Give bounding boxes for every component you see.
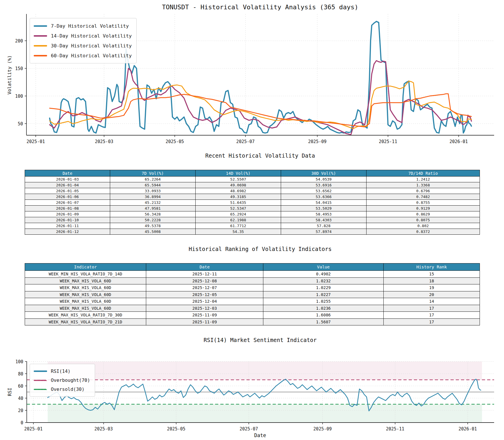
table-cell: 0.8755 [367, 200, 480, 206]
legend-label: Overbought(70) [51, 377, 90, 383]
table-cell: 17 [384, 305, 480, 312]
recent-table-body: 2026-01-0365.226452.550754.05391.2412202… [25, 177, 480, 235]
table-cell: WEEK_MIN_HIS_VOLA_RATIO_7D_14D [25, 271, 146, 278]
legend-label: RSI(14) [51, 368, 70, 374]
table-cell: WEEK_MAX_HIS_VOLA_60D [25, 277, 146, 284]
table-cell: 48.6982 [196, 188, 281, 194]
table-row: WEEK_MAX_HIS_VOLA_60D2025-12-051.022720 [25, 291, 480, 298]
column-header: Value [263, 263, 384, 271]
y-tick-label: 150 [15, 66, 23, 71]
table-row: 2026-01-0847.958152.534753.50290.9129 [25, 206, 480, 211]
table-cell: 2026-01-10 [25, 217, 110, 223]
table-cell: 15 [384, 271, 480, 278]
table-cell: 56.3428 [110, 211, 196, 217]
x-tick-label: 2025-11 [379, 139, 397, 144]
table-cell: 0.4902 [263, 271, 384, 278]
y-tick-label: 200 [15, 38, 23, 44]
table-row: WEEK_MAX_HIS_VOLA_60D2025-12-031.023617 [25, 305, 480, 312]
y-tick-label: 100 [15, 94, 23, 99]
legend-line-swatch [34, 380, 47, 381]
table-cell: 1.3368 [367, 182, 480, 188]
table-cell: 0.8075 [367, 217, 480, 223]
legend-item: Overbought(70) [34, 376, 90, 385]
table-header-row: IndicatorDateValueHistory Rank [25, 263, 480, 271]
table-cell: 18 [384, 277, 480, 284]
recent-volatility-table: Date7D Vol(%)14D Vol(%)30D Vol(%)7D/14D … [25, 170, 480, 235]
rsi-ylabel: RSI [7, 369, 12, 415]
y-tick-label: 100 [15, 359, 23, 364]
table-cell: 1.0227 [263, 291, 384, 298]
legend-label: 7-Day Historical Volatility [51, 23, 129, 29]
table-cell: 2026-01-04 [25, 182, 110, 188]
table-cell: 2026-01-05 [25, 188, 110, 194]
table-cell: 33.0933 [110, 188, 196, 194]
recent-table-title: Recent Historical Volatility Data [0, 152, 504, 159]
x-tick-label: 2025-05 [167, 426, 185, 432]
legend-label: 60-Day Historical Volatility [51, 53, 132, 58]
table-cell: 2025-12-05 [146, 291, 263, 298]
legend-item: 30-Day Historical Volatility [34, 41, 132, 51]
table-cell: 1.0236 [263, 305, 384, 312]
table-cell: 54.0539 [281, 177, 367, 182]
table-cell: 2025-11-09 [146, 312, 263, 319]
x-tick-label: 2025-01 [24, 426, 42, 432]
y-tick-label: 80 [18, 371, 23, 377]
table-cell: 2025-12-07 [146, 284, 263, 291]
table-row: 2026-01-0956.342865.292458.49530.8629 [25, 211, 480, 217]
column-header: Date [25, 170, 110, 177]
table-cell: 50.2228 [110, 217, 196, 223]
table-cell: 36.8994 [110, 194, 196, 200]
table-cell: 0.802 [367, 223, 480, 229]
column-header: 7D/14D Ratio [367, 170, 480, 177]
table-cell: 2025-12-08 [146, 277, 263, 284]
table-row: WEEK_MAX_HIS_VOLA_RATIO_7D_30D2025-11-09… [25, 312, 480, 319]
table-cell: 52.5507 [196, 177, 281, 182]
x-tick-label: 2025-07 [240, 426, 258, 432]
table-row: 2026-01-1245.500854.3557.89740.8372 [25, 229, 480, 235]
table-cell: 49.0698 [196, 182, 281, 188]
column-header: 7D Vol(%) [110, 170, 196, 177]
y-tick-label: 60 [18, 384, 23, 389]
table-row: WEEK_MAX_HIS_VOLA_60D2025-12-071.022919 [25, 284, 480, 291]
table-cell: 47.9581 [110, 206, 196, 211]
table-cell: 58.4303 [281, 217, 367, 223]
table-cell: 0.6796 [367, 188, 480, 194]
table-row: 2026-01-1050.222862.198858.43030.8075 [25, 217, 480, 223]
legend-item: 14-Day Historical Volatility [34, 31, 132, 41]
table-cell: 2025-11-09 [146, 318, 263, 325]
table-cell: 2026-01-03 [25, 177, 110, 182]
y-tick-label: 50 [18, 121, 23, 127]
table-cell: 1.0255 [263, 298, 384, 305]
legend-line-swatch [34, 25, 47, 27]
table-cell: 14 [384, 298, 480, 305]
ranking-table-title: Historical Ranking of Volatility Indicat… [0, 246, 504, 252]
table-cell: WEEK_MAX_HIS_VOLA_60D [25, 298, 146, 305]
volatility-chart-title: TONUSDT - Historical Volatility Analysis… [0, 3, 504, 11]
legend-label: Oversold(30) [51, 386, 85, 392]
x-tick-label: 2025-03 [94, 426, 113, 432]
column-header: 14D Vol(%) [196, 170, 281, 177]
table-cell: 17 [384, 312, 480, 319]
table-cell: 65.5944 [110, 182, 196, 188]
table-cell: 57.8974 [281, 229, 367, 235]
x-tick-label: 2025-09 [308, 139, 326, 144]
table-cell: WEEK_MAX_HIS_VOLA_RATIO_7D_21D [25, 318, 146, 325]
table-cell: 2025-12-03 [146, 305, 263, 312]
table-cell: 1.6086 [263, 312, 384, 319]
table-cell: WEEK_MAX_HIS_VOLA_RATIO_7D_30D [25, 312, 146, 319]
y-tick-label: 40 [18, 396, 23, 401]
table-row: WEEK_MAX_HIS_VOLA_60D2025-12-041.025514 [25, 298, 480, 305]
legend-line-swatch [34, 45, 47, 47]
ranking-table-header: IndicatorDateValueHistory Rank [25, 263, 480, 271]
legend-line-swatch [34, 35, 47, 37]
table-cell: 45.2132 [110, 200, 196, 206]
table-cell: 1.0229 [263, 284, 384, 291]
table-cell: 2026-01-06 [25, 194, 110, 200]
y-tick-label: 0 [21, 420, 23, 425]
table-cell: 57.828 [281, 223, 367, 229]
table-row: WEEK_MAX_HIS_VOLA_RATIO_7D_21D2025-11-09… [25, 318, 480, 325]
legend-line-swatch [34, 370, 47, 372]
table-cell: 0.8629 [367, 211, 480, 217]
table-cell: 58.4953 [281, 211, 367, 217]
table-cell: 53.5029 [281, 206, 367, 211]
